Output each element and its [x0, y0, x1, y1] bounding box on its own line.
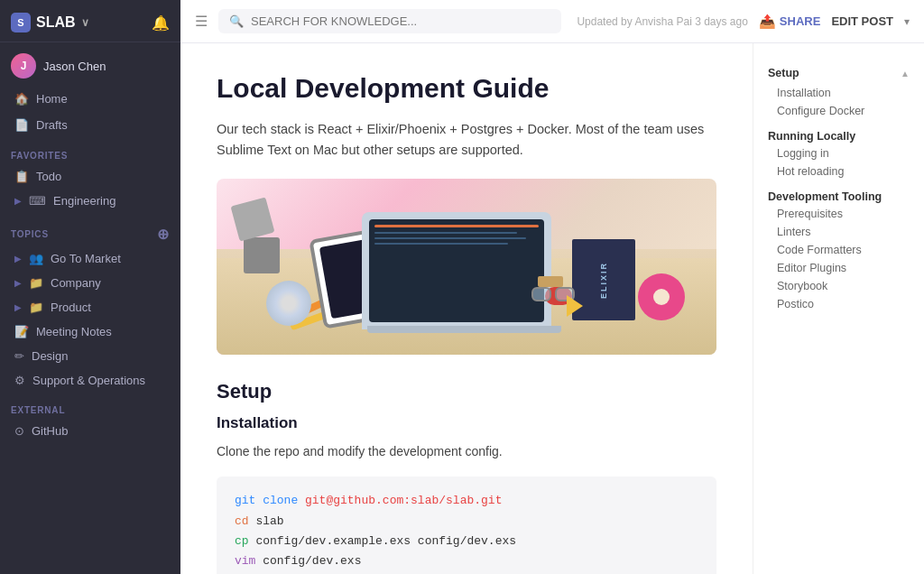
sidebar-item-company-label: Company — [51, 276, 101, 290]
sidebar-item-support-label: Support & Operations — [32, 374, 145, 387]
sidebar-logo[interactable]: S SLAB ∨ — [11, 13, 89, 32]
sidebar-item-product[interactable]: ▶ 📁 Product — [4, 296, 177, 319]
drafts-icon: 📄 — [14, 118, 29, 132]
sidebar-item-meeting-notes-label: Meeting Notes — [36, 325, 112, 338]
code-cmd-git: git clone — [235, 494, 305, 507]
table-of-contents: Setup ▲ Installation Configure Docker Ru… — [753, 43, 924, 574]
favorites-section-label: FAVORITES — [0, 138, 180, 164]
article-intro: Our tech stack is React + Elixir/Phoenix… — [217, 119, 716, 161]
sidebar-item-meeting-notes[interactable]: 📝 Meeting Notes — [4, 320, 177, 343]
toc-item-configure-docker[interactable]: Configure Docker — [768, 102, 910, 120]
toc-section-dev-tooling: Development Tooling Prerequisites Linter… — [768, 186, 910, 313]
sidebar-item-company[interactable]: ▶ 📁 Company — [4, 272, 177, 294]
sidebar-item-home-label: Home — [36, 92, 68, 106]
search-input[interactable] — [251, 14, 550, 28]
toc-chevron-up-icon: ▲ — [901, 69, 910, 79]
expand-icon: ▶ — [14, 302, 22, 312]
installation-heading: Installation — [217, 414, 716, 432]
share-icon: 📤 — [759, 14, 776, 30]
toc-item-linters[interactable]: Linters — [768, 223, 910, 241]
toc-item-code-formatters[interactable]: Code Formatters — [768, 241, 910, 259]
topbar-dropdown-icon[interactable]: ▾ — [904, 15, 910, 28]
toc-section-running-locally-header[interactable]: Running Locally — [768, 125, 910, 144]
toc-section-dev-tooling-header[interactable]: Development Tooling — [768, 186, 910, 205]
expand-icon: ▶ — [14, 196, 22, 206]
sidebar-item-drafts[interactable]: 📄 Drafts — [4, 113, 177, 137]
last-updated: Updated by Anvisha Pai 3 days ago — [577, 15, 747, 28]
notification-bell-icon[interactable]: 🔔 — [152, 14, 170, 32]
github-icon: ⊙ — [14, 424, 24, 438]
logo-box: S — [11, 13, 31, 32]
code-cmd-cp: cp — [235, 534, 255, 548]
topics-section-label: TOPICS ⊕ — [0, 213, 180, 246]
sidebar-item-design-label: Design — [32, 349, 68, 363]
expand-icon: ▶ — [14, 278, 22, 288]
external-section-label: EXTERNAL — [0, 393, 180, 419]
username: Jason Chen — [43, 60, 106, 73]
logo-text: SLAB — [36, 14, 76, 31]
share-label: SHARE — [780, 14, 821, 28]
sidebar-item-product-label: Product — [51, 301, 91, 314]
code-line-2: cd slab — [235, 512, 698, 532]
todo-icon: 📋 — [14, 170, 29, 183]
sidebar-item-github[interactable]: ⊙ GitHub — [4, 420, 177, 442]
user-section: J Jason Chen — [0, 42, 180, 86]
article-hero-image: ELIXIR — [217, 179, 716, 355]
code-block: git clone git@github.com:slab/slab.git c… — [217, 477, 716, 574]
search-icon: 🔍 — [229, 14, 244, 28]
meeting-notes-icon: 📝 — [14, 325, 29, 338]
add-topic-icon[interactable]: ⊕ — [157, 226, 170, 243]
topbar: ☰ 🔍 Updated by Anvisha Pai 3 days ago 📤 … — [180, 0, 924, 43]
toc-item-storybook[interactable]: Storybook — [768, 277, 910, 295]
installation-desc: Clone the repo and modify the developmen… — [217, 441, 716, 462]
code-cmd-vim: vim — [235, 554, 263, 568]
expand-icon: ▶ — [14, 254, 22, 264]
support-icon: ⚙ — [14, 374, 25, 387]
sidebar-header: S SLAB ∨ 🔔 — [0, 0, 180, 42]
code-line-4: vim config/dev.exs — [235, 551, 698, 571]
article-title: Local Development Guide — [217, 72, 716, 105]
sidebar-item-engineering[interactable]: ▶ ⌨ Engineering — [4, 190, 177, 212]
toc-item-postico[interactable]: Postico — [768, 295, 910, 313]
sidebar-item-home[interactable]: 🏠 Home — [4, 87, 177, 111]
sidebar-item-drafts-label: Drafts — [36, 118, 68, 132]
logo-chevron: ∨ — [81, 16, 89, 29]
toc-item-hot-reloading[interactable]: Hot reloading — [768, 162, 910, 181]
share-button[interactable]: 📤 SHARE — [759, 14, 821, 30]
sidebar-item-design[interactable]: ✏ Design — [4, 345, 177, 367]
toc-section-setup: Setup ▲ Installation Configure Docker — [768, 65, 910, 120]
sidebar-item-go-to-market[interactable]: ▶ 👥 Go To Market — [4, 247, 177, 270]
menu-icon[interactable]: ☰ — [195, 13, 208, 30]
toc-section-setup-header[interactable]: Setup ▲ — [768, 65, 910, 81]
company-icon: 📁 — [29, 276, 43, 290]
code-line-3: cp config/dev.example.exs config/dev.exs — [235, 532, 698, 551]
content-area: Local Development Guide Our tech stack i… — [180, 43, 924, 574]
article: Local Development Guide Our tech stack i… — [180, 43, 753, 574]
toc-item-prerequisites[interactable]: Prerequisites — [768, 205, 910, 223]
design-icon: ✏ — [14, 349, 24, 363]
sidebar-item-github-label: GitHub — [32, 424, 68, 438]
code-line-1: git clone git@github.com:slab/slab.git — [235, 491, 698, 511]
sidebar: S SLAB ∨ 🔔 J Jason Chen 🏠 Home 📄 Drafts … — [0, 0, 180, 574]
toc-item-editor-plugins[interactable]: Editor Plugins — [768, 259, 910, 277]
product-icon: 📁 — [29, 301, 43, 314]
engineering-icon: ⌨ — [29, 194, 46, 208]
desk-illustration: ELIXIR — [217, 179, 716, 355]
sidebar-item-go-to-market-label: Go To Market — [51, 252, 121, 265]
sidebar-item-todo[interactable]: 📋 Todo — [4, 165, 177, 188]
sidebar-item-engineering-label: Engineering — [53, 194, 116, 208]
search-bar[interactable]: 🔍 — [218, 9, 561, 33]
avatar: J — [11, 53, 36, 79]
toc-section-running-locally: Running Locally Logging in Hot reloading — [768, 125, 910, 181]
edit-post-button[interactable]: EDIT POST — [831, 14, 893, 28]
toc-item-installation[interactable]: Installation — [768, 84, 910, 102]
sidebar-item-todo-label: Todo — [36, 170, 61, 183]
code-cmd-cd: cd — [235, 514, 255, 528]
home-icon: 🏠 — [14, 92, 29, 106]
topbar-actions: 📤 SHARE EDIT POST ▾ — [759, 14, 910, 30]
main-area: ☰ 🔍 Updated by Anvisha Pai 3 days ago 📤 … — [180, 0, 924, 574]
setup-heading: Setup — [217, 380, 716, 403]
sidebar-item-support[interactable]: ⚙ Support & Operations — [4, 369, 177, 392]
toc-item-logging-in[interactable]: Logging in — [768, 144, 910, 162]
go-to-market-icon: 👥 — [29, 252, 43, 265]
